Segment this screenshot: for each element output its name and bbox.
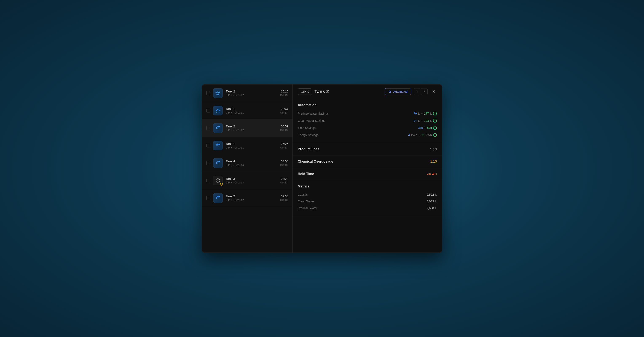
unit-prerinse-2: L [430, 112, 432, 115]
close-button[interactable]: ✕ [430, 88, 437, 95]
item-name: Tank 1 [226, 142, 277, 146]
item-date-value: Oct 13, [280, 146, 288, 149]
val-prerinse-1: 70 [414, 112, 417, 115]
val-time-2: 57s [427, 126, 432, 130]
val-caustic: 9,592 [426, 193, 434, 196]
item-time-value: 03:29 [280, 177, 288, 181]
item-date-value: Oct 13, [280, 129, 288, 132]
chemical-overdosage-value: 1.10 [430, 160, 437, 163]
item-sub: CIP-X · Circuit 3 [226, 181, 277, 184]
sparkles-small-icon [215, 126, 220, 131]
list-item[interactable]: Tank 2 CIP-X · Circuit 2 10:15 Oct 13, [202, 84, 292, 102]
val-prerinse-2: 177 [424, 112, 429, 115]
list-item[interactable]: Tank 2 CIP-X · Circuit 2 02:35 Oct 13, [202, 189, 292, 207]
svg-line-5 [217, 179, 219, 182]
detail-header: CIP-X Tank 2 Automated ⇧ ⇩ ✕ [293, 84, 442, 99]
svg-point-3 [216, 112, 217, 112]
plus-time: + [424, 126, 426, 130]
list-item[interactable]: Tank 1 CIP-X · Circuit 1 08:44 Oct 13, [202, 102, 292, 119]
item-info: Tank 2 CIP-X · Circuit 2 [226, 89, 277, 97]
item-time-value: 08:44 [280, 107, 288, 111]
val-prerinse-metrics: 2,658 [426, 206, 434, 210]
metric-value-time: 34s + 57s [418, 126, 437, 130]
item-info: Tank 2 CIP-X · Circuit 2 [226, 194, 277, 202]
metric-label-clean-water: Clean Water Savings [298, 119, 325, 122]
item-checkbox[interactable] [206, 179, 210, 182]
item-info: Tank 1 CIP-X · Circuit 1 [226, 107, 277, 114]
detail-title: Tank 2 [314, 89, 382, 94]
item-time-value: 06:59 [280, 125, 288, 128]
metric-value-prerinse-metrics: 2,658 L [426, 206, 437, 210]
product-loss-number: 1 [430, 147, 432, 151]
chemical-overdosage-row: Chemical Overdosage 1.10 [293, 155, 442, 168]
item-sub: CIP-X · Circuit 1 [226, 146, 277, 149]
nav-up-button[interactable]: ⇧ [414, 88, 420, 95]
item-checkbox[interactable] [206, 144, 210, 147]
item-info: Tank 3 CIP-X · Circuit 3 [226, 177, 277, 184]
unit-clean-2: L [430, 119, 432, 122]
item-date-value: Oct 13, [280, 111, 288, 114]
product-loss-row: Product Loss 1 gal [293, 143, 442, 155]
list-item[interactable]: Tank 1 CIP-X · Circuit 1 05:26 Oct 13, [202, 137, 292, 154]
item-sub: CIP-X · Circuit 1 [226, 111, 277, 114]
item-date-value: Oct 13, [280, 199, 288, 202]
metric-value-clean-water-metrics: 4,039 L [426, 200, 437, 203]
item-icon [213, 193, 223, 203]
list-item-active[interactable]: Tank 2 CIP-X · Circuit 2 06:59 Oct 13, [202, 119, 292, 137]
hold-time-label: Hold Time [298, 172, 314, 176]
item-time: 08:44 Oct 13, [280, 107, 288, 114]
item-date-value: Oct 13, [280, 94, 288, 97]
product-loss-unit: gal [433, 147, 437, 151]
status-circle-time [433, 126, 437, 130]
chemical-overdosage-label: Chemical Overdosage [298, 160, 333, 163]
item-sub: CIP-X · Circuit 4 [226, 164, 277, 167]
unit-caustic: L [435, 193, 437, 196]
item-time: 03:58 Oct 13, [280, 160, 288, 167]
header-nav: ⇧ ⇩ [414, 88, 428, 95]
right-panel: CIP-X Tank 2 Automated ⇧ ⇩ ✕ Automation [293, 84, 442, 253]
list-item[interactable]: Tank 3 CIP-X · Circuit 3 03:29 Oct 13, [202, 172, 292, 189]
unit-clean-water-metrics: L [435, 200, 437, 203]
item-icon [213, 176, 223, 185]
automation-section: Automation Prerinse Water Savings 70 L +… [293, 99, 442, 143]
left-panel: Tank 2 CIP-X · Circuit 2 10:15 Oct 13, T… [202, 84, 293, 253]
item-time: 10:15 Oct 13, [280, 90, 288, 97]
list-item[interactable]: Tank 4 CIP-X · Circuit 4 03:58 Oct 13, [202, 154, 292, 172]
item-name: Tank 2 [226, 194, 277, 198]
item-checkbox[interactable] [206, 161, 210, 165]
metric-label-caustic: Caustic [298, 193, 308, 196]
metric-label-time: Time Savings [298, 126, 316, 130]
item-time-value: 10:15 [280, 90, 288, 93]
item-checkbox[interactable] [206, 109, 210, 112]
metric-row-prerinse-metrics: Prerinse Water 2,658 L [298, 205, 437, 211]
metric-label-energy: Energy Savings [298, 133, 318, 137]
item-checkbox[interactable] [206, 126, 210, 130]
metric-value-clean-water: 94 L + 103 L [414, 119, 437, 123]
val-clean-1: 94 [414, 119, 417, 122]
hold-time-row: Hold Time 7m 48s [293, 168, 442, 180]
item-time-value: 03:58 [280, 160, 288, 163]
item-date-value: Oct 13, [280, 164, 288, 167]
item-icon [213, 88, 223, 98]
item-name: Tank 1 [226, 107, 277, 111]
metric-label-clean-water-metrics: Clean Water [298, 200, 314, 203]
item-icon [213, 141, 223, 150]
item-name: Tank 2 [226, 124, 277, 128]
item-checkbox[interactable] [206, 91, 210, 95]
metric-row-prerinse: Prerinse Water Savings 70 L + 177 L [298, 110, 437, 117]
metric-value-energy: 4 kWh + 11 kWh [408, 133, 437, 137]
item-time-value: 05:26 [280, 142, 288, 146]
item-checkbox[interactable] [206, 196, 210, 200]
unit-prerinse-1: L [418, 112, 420, 115]
plus-prerinse: + [421, 112, 423, 115]
hold-time-minutes: 7m [427, 172, 431, 176]
metric-row-caustic: Caustic 9,592 L [298, 191, 437, 198]
detail-tag: CIP-X [298, 88, 312, 95]
warning-badge [220, 183, 223, 186]
automated-button[interactable]: Automated [384, 88, 411, 95]
item-icon [213, 106, 223, 115]
nav-down-button[interactable]: ⇩ [421, 88, 428, 95]
unit-energy-1: kWh [411, 133, 417, 137]
product-loss-label: Product Loss [298, 147, 319, 151]
val-clean-2: 103 [424, 119, 429, 122]
